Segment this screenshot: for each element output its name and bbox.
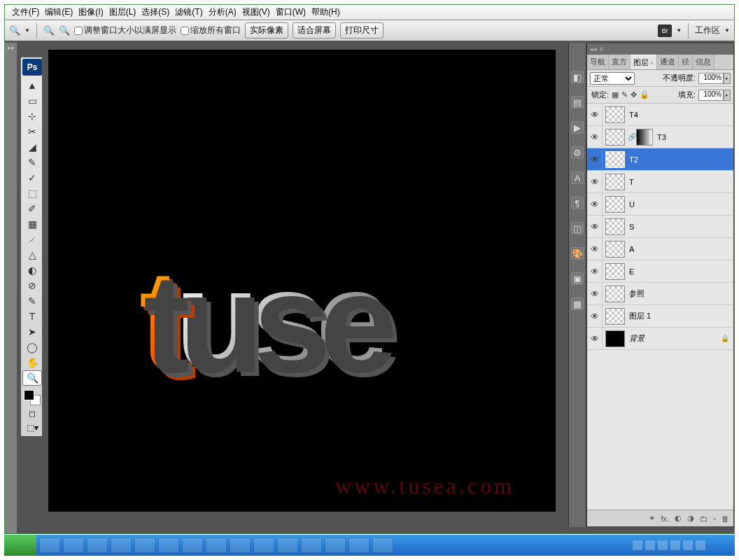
expand-icon[interactable]: ▸▸: [5, 43, 17, 52]
layer-row[interactable]: 👁S: [587, 216, 733, 238]
taskbar-item[interactable]: [301, 538, 322, 553]
fit-screen-button[interactable]: 适合屏幕: [293, 22, 336, 38]
tool-3[interactable]: ✂: [22, 124, 42, 139]
tab-histogram[interactable]: 直方: [609, 55, 631, 69]
tool-7[interactable]: ⬚: [22, 186, 42, 201]
taskbar-item[interactable]: [87, 538, 108, 553]
start-button[interactable]: [4, 535, 36, 556]
layer-row[interactable]: 👁图层 1: [587, 305, 733, 328]
layer-name[interactable]: T: [628, 178, 733, 186]
layer-row[interactable]: 👁背景🔒: [587, 328, 733, 350]
palette-panel-icon[interactable]: ⚙: [571, 146, 584, 159]
system-tray[interactable]: [633, 538, 731, 553]
dropdown-icon[interactable]: ▼: [676, 27, 682, 34]
tool-4[interactable]: ◢: [22, 139, 42, 155]
taskbar-item[interactable]: [206, 538, 227, 553]
visibility-toggle-icon[interactable]: 👁: [587, 104, 603, 125]
history-panel-icon[interactable]: ▦: [571, 298, 584, 310]
layer-name[interactable]: E: [628, 267, 733, 276]
menu-view[interactable]: 视图(V): [239, 6, 273, 18]
menu-image[interactable]: 图像(I): [76, 6, 106, 18]
taskbar-item[interactable]: [253, 538, 274, 553]
lock-pixels-icon[interactable]: ✎: [621, 90, 628, 99]
close-tab-icon[interactable]: ×: [650, 59, 654, 66]
visibility-toggle-icon[interactable]: 👁: [587, 216, 603, 237]
styles-panel-icon[interactable]: 🎨: [571, 247, 584, 260]
taskbar-item[interactable]: [277, 538, 298, 553]
menu-edit[interactable]: 编辑(E): [42, 6, 76, 18]
delete-layer-icon[interactable]: 🗑: [722, 514, 729, 523]
opacity-value[interactable]: 100%: [698, 73, 724, 84]
fg-color-swatch[interactable]: [24, 390, 34, 400]
tab-navigator[interactable]: 导航: [587, 55, 609, 69]
actual-pixels-button[interactable]: 实际像素: [245, 22, 288, 38]
layer-thumbnail[interactable]: [605, 263, 625, 280]
tool-12[interactable]: ◐: [22, 262, 42, 278]
tab-paths[interactable]: 径: [679, 55, 693, 69]
paragraph-panel-icon[interactable]: ¶: [571, 197, 584, 209]
layer-row[interactable]: 👁T2: [587, 148, 733, 171]
tray-icon[interactable]: [670, 540, 680, 550]
menu-layer[interactable]: 图层(L): [106, 6, 139, 18]
layer-name[interactable]: 背景: [628, 333, 721, 344]
layer-row[interactable]: 👁E: [587, 260, 733, 283]
layer-name[interactable]: S: [628, 223, 733, 231]
fill-flyout-icon[interactable]: ▸: [724, 90, 731, 101]
tool-5[interactable]: ✎: [22, 155, 42, 170]
fill-value[interactable]: 100%: [698, 90, 724, 101]
color-swatches[interactable]: [22, 388, 42, 407]
taskbar-item[interactable]: [39, 538, 60, 553]
layer-row[interactable]: 👁A: [587, 238, 733, 260]
menu-file[interactable]: 文件(F): [9, 6, 42, 18]
tool-0[interactable]: ▲: [22, 78, 42, 93]
tool-18[interactable]: ✋: [22, 355, 42, 370]
tab-channels[interactable]: 通道: [657, 55, 679, 69]
layer-name[interactable]: T4: [628, 111, 733, 119]
layer-thumbnail[interactable]: [605, 241, 625, 258]
taskbar-item[interactable]: [325, 538, 346, 553]
dropdown-icon[interactable]: ▼: [24, 27, 30, 34]
link-layers-icon[interactable]: ⚭: [649, 514, 655, 523]
tray-icon[interactable]: [683, 540, 693, 550]
visibility-toggle-icon[interactable]: 👁: [587, 171, 603, 192]
tray-icon[interactable]: [658, 540, 668, 550]
menu-select[interactable]: 选择(S): [139, 6, 172, 18]
tool-19[interactable]: 🔍: [22, 370, 42, 386]
visibility-toggle-icon[interactable]: 👁: [587, 305, 603, 327]
visibility-toggle-icon[interactable]: 👁: [587, 238, 603, 260]
menu-filter[interactable]: 滤镜(T): [172, 6, 205, 18]
quickmask-icon[interactable]: ◻: [22, 407, 42, 421]
layer-thumbnail[interactable]: [605, 106, 625, 123]
layer-name[interactable]: U: [628, 200, 733, 209]
tray-icon[interactable]: [633, 540, 642, 550]
layer-name[interactable]: A: [628, 245, 733, 253]
histogram-panel-icon[interactable]: ▤: [571, 96, 584, 108]
swatches-panel-icon[interactable]: ◫: [571, 222, 584, 234]
layer-thumbnail[interactable]: [605, 129, 625, 146]
layer-thumbnail[interactable]: [605, 218, 625, 235]
layer-thumbnail[interactable]: [605, 151, 625, 168]
taskbar-item[interactable]: [111, 538, 132, 553]
layer-row[interactable]: 👁T4: [587, 104, 733, 126]
tray-icon[interactable]: [696, 540, 705, 550]
blend-mode-select[interactable]: 正常: [590, 72, 635, 85]
layer-mask-thumbnail[interactable]: [636, 129, 653, 146]
tool-10[interactable]: ⟋: [22, 232, 42, 247]
adjustment-layer-icon[interactable]: ◑: [687, 514, 694, 523]
visibility-toggle-icon[interactable]: 👁: [587, 126, 603, 148]
zoom-tool-icon[interactable]: 🔍: [9, 25, 20, 36]
layer-row[interactable]: 👁U: [587, 193, 733, 216]
tool-13[interactable]: ⊘: [22, 278, 42, 293]
visibility-toggle-icon[interactable]: 👁: [587, 260, 603, 282]
tray-icon[interactable]: [645, 540, 655, 550]
tool-15[interactable]: T: [22, 309, 42, 324]
layer-thumbnail[interactable]: [605, 330, 625, 347]
layer-thumbnail[interactable]: [605, 286, 625, 302]
layer-row[interactable]: 👁参照: [587, 283, 733, 305]
visibility-toggle-icon[interactable]: 👁: [587, 193, 603, 215]
layer-thumbnail[interactable]: [605, 174, 625, 190]
taskbar-item[interactable]: [230, 538, 251, 553]
taskbar-item[interactable]: [134, 538, 155, 553]
layer-style-icon[interactable]: fx.: [661, 514, 669, 523]
lock-transparency-icon[interactable]: ▦: [612, 90, 619, 99]
